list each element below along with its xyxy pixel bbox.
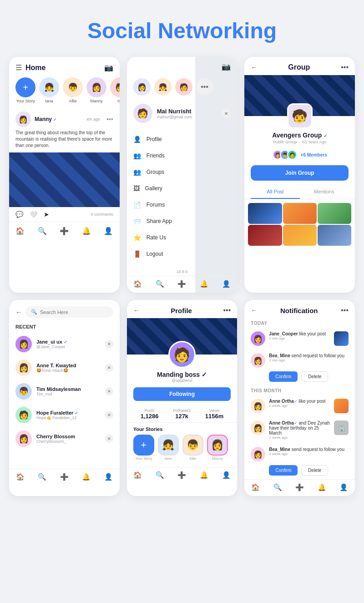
profile-nav-home[interactable]: 🏠 [133, 471, 142, 479]
search-nav-profile[interactable]: 👤 [104, 473, 113, 481]
notif-nav-profile[interactable]: 👤 [339, 483, 348, 492]
search-item-1[interactable]: 👩 Jane_ui ux ✓ @Jane_Cooper ✕ [9, 332, 120, 356]
notif-nav-home[interactable]: 🏠 [251, 483, 260, 492]
profile-nav-profile[interactable]: 👤 [222, 471, 231, 479]
search-back-btn[interactable]: ← [15, 309, 22, 316]
menu-nav-add[interactable]: ➕ [177, 280, 186, 288]
group-photo-3[interactable] [318, 203, 351, 224]
notif-time-bea-month: 2 week ago [269, 452, 349, 456]
sidebar-close-btn[interactable]: ✕ [222, 109, 231, 118]
menu-nav-search[interactable]: 🔍 [156, 280, 164, 288]
search-input[interactable] [40, 309, 108, 315]
sidebar-story-3[interactable]: 🧑 [175, 78, 192, 96]
search-nav-search[interactable]: 🔍 [38, 473, 46, 481]
menu-item-friends[interactable]: 👥 Friends [127, 147, 238, 164]
story-allie[interactable]: 👦 Allie [63, 77, 83, 103]
nav-profile-icon[interactable]: 👤 [104, 227, 113, 235]
profile-nav-bell[interactable]: 🔔 [200, 471, 208, 479]
notif-nav-search[interactable]: 🔍 [273, 483, 282, 492]
search-nav-bell[interactable]: 🔔 [82, 473, 91, 481]
search-item-5[interactable]: 👩 Cherry Blossom Cherryblossom_ ✕ [9, 427, 120, 451]
search-close-anne[interactable]: ✕ [105, 364, 113, 372]
menu-item-logout[interactable]: 🚪 Logout [127, 246, 238, 262]
notif-nav-bell[interactable]: 🔔 [318, 483, 326, 492]
verified-badge: ✓ [53, 117, 57, 122]
profile-story-manny[interactable]: 👩 Manny [207, 435, 228, 461]
nav-add-icon[interactable]: ➕ [60, 227, 69, 235]
profile-story-add[interactable]: + Your Story [133, 435, 154, 461]
menu-item-profile[interactable]: 👤 Profile [127, 131, 238, 147]
group-photo-5[interactable] [283, 225, 317, 246]
share-icon[interactable]: ➤ [44, 211, 49, 218]
notif-img-building: 🏢 [334, 421, 349, 435]
home-title: Home [25, 64, 46, 72]
notif-more-btn[interactable]: ••• [341, 306, 349, 314]
profile-story-iana[interactable]: 👧 Iana [158, 435, 179, 461]
sidebar-camera-icon[interactable]: 📷 [222, 62, 231, 71]
search-nav-home[interactable]: 🏠 [16, 473, 25, 481]
member-av-3: 🧑 [287, 150, 297, 160]
menu-item-share[interactable]: 📨 Share App [127, 213, 238, 229]
search-close-cherry[interactable]: ✕ [105, 435, 113, 443]
menu-nav-bell[interactable]: 🔔 [200, 280, 208, 288]
post-header: 👩 Manny ✓ 4m ago ••• [9, 108, 120, 129]
comment-icon[interactable]: 💬 [15, 211, 23, 218]
group-photo-1[interactable] [248, 203, 282, 224]
sidebar-user-email: malnur@gmail.com [157, 115, 192, 119]
camera-icon[interactable]: 📷 [104, 63, 113, 72]
search-handle-cherry: Cherryblossom_ [36, 439, 75, 444]
group-avatar-wrap: 🧒 [244, 103, 355, 129]
group-info: Avengers Group ✓ Public Group 03 Years A… [244, 129, 355, 146]
search-close-jane[interactable]: ✕ [105, 340, 113, 348]
search-item-3[interactable]: 👦 Tim Midsaylesman Tim_mid ✕ [9, 380, 120, 403]
confirm-bea-month-btn[interactable]: Confirm [269, 465, 298, 476]
menu-item-rate[interactable]: ⭐ Rate Us [127, 229, 238, 246]
profile-nav-search[interactable]: 🔍 [156, 471, 164, 479]
tab-all-posts[interactable]: All Post [251, 185, 299, 199]
notif-nav-add[interactable]: ➕ [295, 483, 304, 492]
menu-item-groups[interactable]: 👥 Groups [127, 164, 238, 180]
menu-item-gallery[interactable]: 🖼 Gallery [127, 180, 238, 197]
group-photo-4[interactable] [248, 225, 282, 246]
search-close-tim[interactable]: ✕ [105, 387, 113, 395]
menu-nav-home[interactable]: 🏠 [133, 280, 142, 288]
nav-home-icon[interactable]: 🏠 [15, 227, 25, 235]
nav-bell-icon[interactable]: 🔔 [82, 227, 91, 235]
like-icon[interactable]: 🤍 [30, 211, 37, 218]
profile-more-btn[interactable]: ••• [223, 306, 231, 314]
search-nav-add[interactable]: ➕ [60, 473, 69, 481]
tab-mentions[interactable]: Mentions [300, 185, 349, 199]
profile-story-allie[interactable]: 👦 Allie [182, 435, 203, 461]
search-item-4[interactable]: 🧑 Hope Furaletter ✓ Hope🤙 Furaletter_12 … [9, 403, 120, 427]
add-story-btn[interactable]: + [15, 77, 35, 97]
story-manny[interactable]: 👩 Manny [86, 77, 106, 103]
sidebar-story-2[interactable]: 👧 [154, 78, 172, 96]
join-group-btn[interactable]: Join Group [251, 165, 349, 181]
search-close-hope[interactable]: ✕ [105, 411, 113, 419]
search-box[interactable]: 🔍 [25, 306, 113, 318]
group-photo-6[interactable] [318, 225, 351, 246]
follow-btn[interactable]: Following [133, 387, 231, 401]
profile-back-btn[interactable]: ← [133, 307, 140, 314]
menu-item-forums[interactable]: 📄 Forums [127, 197, 238, 213]
confirm-bea-today-btn[interactable]: Confirm [269, 371, 298, 382]
notif-header: ← Notification ••• [244, 300, 355, 318]
profile-nav-add[interactable]: ➕ [177, 471, 186, 479]
delete-bea-today-btn[interactable]: Delete [301, 371, 328, 382]
group-photo-2[interactable] [283, 203, 317, 224]
story-isa[interactable]: 🧑 Isa [110, 77, 120, 103]
notif-back-btn[interactable]: ← [251, 307, 257, 314]
sidebar-more-btn[interactable]: ••• [196, 78, 213, 96]
story-add[interactable]: + Your Story [15, 77, 35, 103]
nav-search-icon[interactable]: 🔍 [38, 227, 47, 235]
hamburger-icon[interactable]: ☰ [15, 63, 22, 72]
post-more-icon[interactable]: ••• [106, 116, 113, 123]
profile-add-story-btn[interactable]: + [133, 435, 154, 456]
group-back-btn[interactable]: ← [251, 64, 257, 71]
search-item-2[interactable]: 👩 Anne T. Kwayted 🤩Anne Attack🤩 ✕ [9, 356, 120, 380]
menu-nav-profile[interactable]: 👤 [222, 280, 231, 288]
group-more-btn[interactable]: ••• [341, 63, 349, 71]
sidebar-story-1[interactable]: 👩 [133, 78, 151, 96]
story-iana[interactable]: 👧 Iana [39, 77, 59, 103]
delete-bea-month-btn[interactable]: Delete [301, 465, 328, 476]
